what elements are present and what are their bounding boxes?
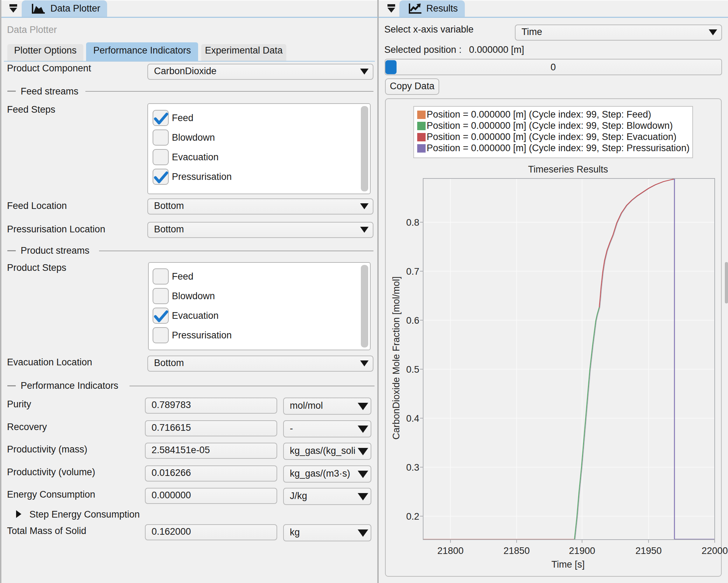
svg-text:Time [s]: Time [s] (551, 559, 584, 570)
svg-text:0.5: 0.5 (406, 364, 419, 375)
svg-text:22000: 22000 (701, 546, 728, 556)
svg-text:0.4: 0.4 (406, 413, 419, 424)
svg-text:0.3: 0.3 (406, 462, 419, 473)
svg-text:Timeseries Results: Timeseries Results (528, 164, 608, 175)
svg-text:0.6: 0.6 (406, 315, 419, 326)
svg-text:0.8: 0.8 (406, 217, 419, 228)
svg-text:0.2: 0.2 (406, 511, 419, 522)
svg-text:0.7: 0.7 (406, 266, 419, 277)
svg-text:21800: 21800 (437, 546, 463, 556)
svg-text:21950: 21950 (635, 546, 662, 556)
svg-text:21900: 21900 (569, 546, 595, 556)
svg-text:CarbonDioxide Mole Fraction [m: CarbonDioxide Mole Fraction [mol/mol] (391, 276, 401, 440)
svg-text:21850: 21850 (503, 546, 530, 556)
